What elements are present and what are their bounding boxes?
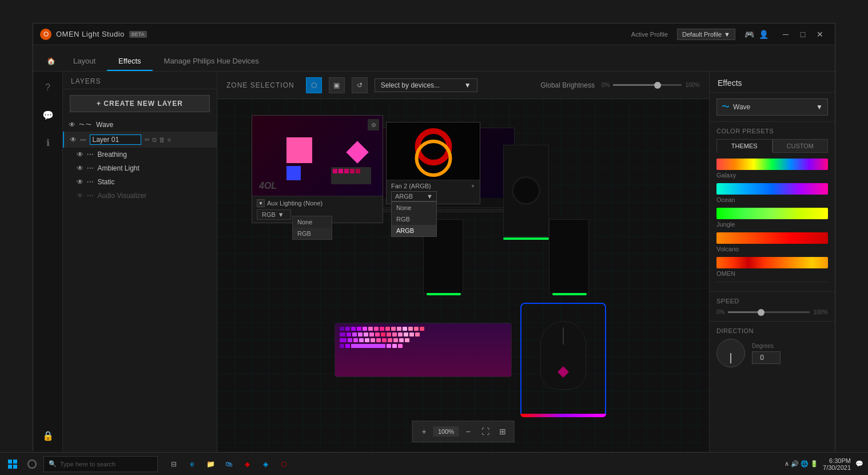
fit-screen-button[interactable]: ⛶ (477, 423, 493, 440)
profile-dropdown[interactable]: Default Profile ▼ (677, 29, 735, 40)
notification-icon[interactable]: 💬 (855, 460, 863, 468)
fan-lower-ring (415, 140, 452, 177)
layer-visibility-wave[interactable]: 👁 (69, 121, 75, 129)
cortana-button[interactable] (24, 456, 40, 472)
lock-icon[interactable]: 🔒 (39, 426, 57, 445)
app-logo: ⬡ (40, 29, 51, 40)
layer-item-wave[interactable]: 👁 〜〜 Wave (63, 118, 217, 132)
fan-argb-select[interactable]: ARGB ▼ (391, 191, 437, 201)
degrees-label: Degrees (752, 343, 781, 349)
maximize-button[interactable]: □ (795, 26, 811, 42)
layer-item-audio[interactable]: 👁 ••• Audio Visualizer (63, 189, 217, 203)
zone-title: Zone Selection (226, 81, 294, 89)
rgb-select-btn[interactable]: RGB ▼ (257, 209, 291, 220)
delete-icon[interactable]: 🗑 (159, 136, 165, 144)
brightness-label: Global Brightness (540, 81, 595, 89)
app1-btn[interactable]: ◆ (239, 456, 255, 472)
preset-jungle[interactable]: Jungle (716, 208, 828, 228)
opt-rgb[interactable]: RGB (293, 228, 332, 239)
device-settings-icon[interactable]: ⚙ (368, 119, 379, 130)
copy-icon[interactable]: ⧉ (152, 136, 157, 144)
fan-popup[interactable]: Fan 2 (ARGB) ▼ ARGB ▼ None (386, 122, 480, 204)
pc-green-bar (503, 238, 549, 240)
tab-philips[interactable]: Manage Philips Hue Devices (153, 52, 270, 71)
profile-name: Default Profile (682, 31, 722, 38)
degrees-input[interactable] (752, 351, 781, 364)
edit-icon[interactable]: ✏ (145, 136, 150, 144)
store-btn[interactable]: 🛍 (221, 456, 237, 472)
tab-effects[interactable]: Effects (107, 52, 153, 71)
tab-layout[interactable]: Layout (62, 52, 107, 71)
preset-tabs: THEMES CUSTOM (716, 139, 828, 153)
taskbar-left: 🔍 Type here to search ⊟ e 📁 🛍 ◆ ◈ ⬡ (5, 456, 292, 472)
pc-tower (497, 145, 555, 259)
layer-name-input-01[interactable] (90, 134, 141, 145)
start-button[interactable] (5, 456, 21, 472)
feedback-icon[interactable]: 💬 (39, 106, 57, 124)
speed-slider-row: 0% 100% (716, 309, 828, 315)
left-sidebar: ? 💬 ℹ 🔒 (33, 72, 63, 452)
explorer-btn[interactable]: 📁 (202, 456, 218, 472)
layer-item-breathing[interactable]: 👁 ••• Breathing (63, 148, 217, 161)
app-title: OMEN Light Studio (56, 30, 125, 38)
right-speaker (549, 219, 589, 294)
app2-btn[interactable]: ◈ (257, 456, 273, 472)
create-layer-button[interactable]: + CREATE NEW LAYER (70, 95, 210, 112)
layer-visibility-breathing[interactable]: 👁 (77, 151, 83, 159)
help-icon[interactable]: ? (39, 78, 57, 97)
menu-icon[interactable]: ≡ (168, 136, 171, 144)
layer-item-ambient[interactable]: 👁 ••• Ambient Light (63, 161, 217, 175)
layer-item-layer01[interactable]: 👁 ••• ✏ ⧉ 🗑 ≡ (63, 132, 217, 148)
preset-volcano[interactable]: Volcano (716, 232, 828, 252)
refresh-tool-btn[interactable]: ↺ (352, 77, 368, 93)
aux-lighting-popup[interactable]: ⚙ 4OL (252, 115, 383, 223)
color-presets-title: Color Presets (716, 128, 828, 134)
degrees-field: Degrees (752, 343, 781, 364)
preset-ocean[interactable]: Ocean (716, 183, 828, 203)
effects-select[interactable]: 〜 Wave ▼ (716, 98, 828, 116)
rect-tool-btn[interactable]: ▣ (329, 77, 345, 93)
direction-dial[interactable] (716, 339, 745, 367)
close-button[interactable]: ✕ (812, 26, 828, 42)
fan-opt-rgb[interactable]: RGB (392, 213, 436, 225)
minimize-button[interactable]: ─ (778, 26, 794, 42)
app3-btn[interactable]: ⬡ (276, 456, 292, 472)
aux-dropdown-toggle[interactable]: ▼ (257, 199, 265, 207)
preset-galaxy[interactable]: Galaxy (716, 159, 828, 179)
fan-opt-none[interactable]: None (392, 202, 436, 213)
custom-tab[interactable]: CUSTOM (773, 139, 829, 153)
task-view-btn[interactable]: ⊟ (166, 456, 182, 472)
layer-visibility-01[interactable]: 👁 (70, 136, 77, 144)
layer-visibility-static[interactable]: 👁 (77, 178, 83, 186)
canvas-area[interactable]: ⚙ 4OL (217, 99, 709, 452)
beta-badge: BETA (129, 31, 147, 38)
search-bar[interactable]: 🔍 Type here to search (43, 456, 158, 472)
svg-rect-3 (13, 465, 17, 469)
speed-slider[interactable] (728, 311, 810, 313)
themes-tab[interactable]: THEMES (716, 139, 773, 153)
preset-omen[interactable]: OMEN (716, 257, 828, 277)
layer-visibility-audio[interactable]: 👁 (77, 192, 83, 200)
omen-label: OMEN (716, 270, 828, 277)
home-tab[interactable]: 🏠 (40, 53, 62, 71)
edge-btn[interactable]: e (184, 456, 200, 472)
rgb-chevron-icon: ▼ (278, 211, 284, 218)
aux-label: Aux Lighting (None) (267, 200, 322, 207)
opt-none[interactable]: None (293, 216, 332, 228)
brightness-slider[interactable] (613, 84, 682, 86)
device-dropdown-text: Select by devices... (381, 81, 440, 89)
zoom-in-button[interactable]: + (416, 423, 432, 440)
layer-visibility-ambient[interactable]: 👁 (77, 164, 83, 172)
device-dropdown[interactable]: Select by devices... ▼ (375, 78, 477, 92)
nav-tabs: 🏠 Layout Effects Manage Philips Hue Devi… (33, 45, 835, 72)
layer01-dots-icon: ••• (80, 137, 86, 143)
zone-bar: Zone Selection ⬡ ▣ ↺ Select by devices..… (217, 72, 709, 99)
zoom-out-button[interactable]: − (460, 423, 476, 440)
cursor-tool-btn[interactable]: ⬡ (306, 77, 322, 93)
layer-item-static[interactable]: 👁 ••• Static (63, 175, 217, 189)
fan-selected-opt: ARGB (395, 193, 413, 200)
wave-icon-layer: 〜〜 (79, 121, 93, 129)
info-icon[interactable]: ℹ (39, 133, 57, 152)
grid-button[interactable]: ⊞ (495, 423, 511, 440)
fan-opt-argb[interactable]: ARGB (392, 225, 436, 236)
